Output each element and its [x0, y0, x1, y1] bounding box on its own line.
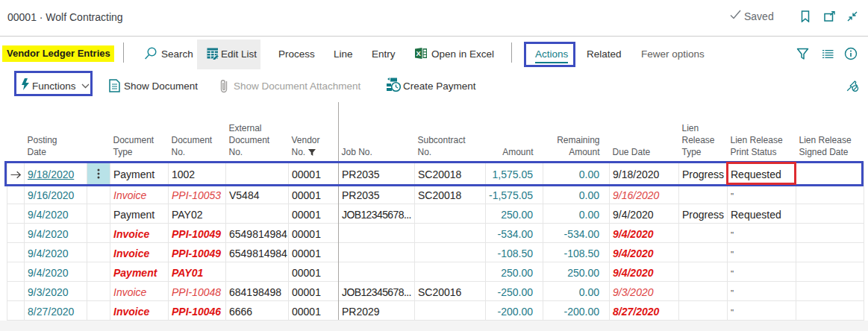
svg-text:X: X	[416, 49, 422, 57]
